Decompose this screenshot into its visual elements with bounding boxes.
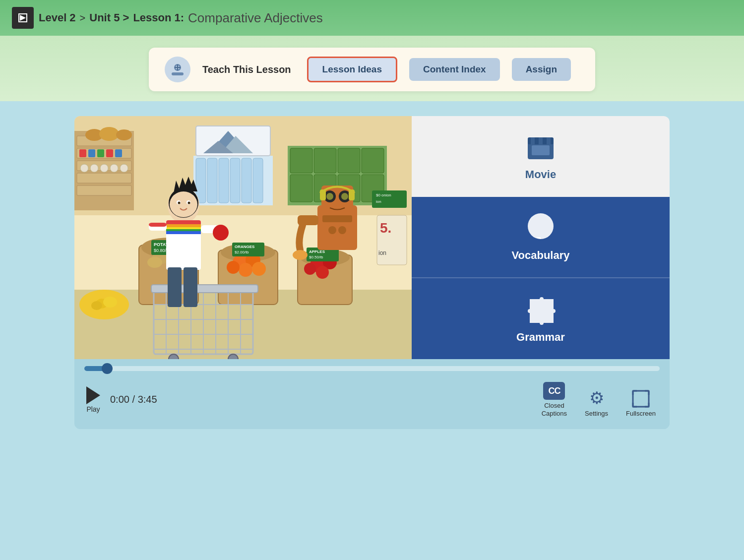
svg-text:ORANGES: ORANGES [235,245,255,249]
breadcrumb-level[interactable]: Level 2 [39,11,76,24]
svg-point-58 [147,257,162,268]
svg-rect-32 [219,158,229,203]
svg-point-130 [338,226,346,234]
media-row: POTATOES $0.80/lb ORANGES $2.00/lb [74,116,670,359]
svg-rect-22 [106,149,113,157]
time-display: 0:00 / 3:45 [110,394,538,405]
svg-rect-144 [532,145,550,155]
svg-rect-44 [362,148,384,173]
svg-point-24 [80,164,88,172]
grammar-label: Grammar [516,331,565,344]
time-total: 3:45 [138,394,157,405]
progress-area [74,359,670,375]
video-thumbnail[interactable]: POTATOES $0.80/lb ORANGES $2.00/lb [74,116,412,359]
breadcrumb: Level 2 > Unit 5 > Lesson 1: Comparative… [39,10,323,26]
media-section: POTATOES $0.80/lb ORANGES $2.00/lb [74,116,670,429]
time-separator: / [132,394,138,405]
svg-rect-31 [207,158,217,203]
svg-point-129 [328,226,336,234]
settings-label: Settings [585,410,608,418]
svg-rect-115 [149,223,167,227]
movie-label: Movie [525,168,556,181]
svg-rect-94 [151,285,258,293]
svg-rect-20 [88,149,95,157]
svg-point-132 [293,250,308,260]
breadcrumb-lesson-label: Lesson 1: [133,11,184,24]
gear-icon: ⚙ [589,388,604,408]
svg-rect-118 [168,267,182,307]
breadcrumb-lesson-title: Comparative Adjectives [188,10,323,26]
vocabulary-button[interactable]: Vocabulary [412,197,670,278]
svg-text:$0.50/lb: $0.50/lb [309,255,323,259]
closed-captions-button[interactable]: CC ClosedCaptions [538,380,571,419]
app-logo[interactable] [12,7,34,29]
toolbar-card: Teach This Lesson Lesson Ideas Content I… [149,48,595,91]
svg-point-53 [91,301,102,310]
svg-rect-34 [242,158,251,203]
breadcrumb-unit[interactable]: Unit 5 > [89,11,129,24]
svg-rect-128 [322,215,352,222]
assign-button[interactable]: Assign [512,58,571,81]
svg-rect-21 [97,149,104,157]
svg-point-17 [99,127,119,141]
svg-point-117 [213,225,229,241]
svg-point-103 [170,191,197,217]
svg-rect-35 [253,158,263,203]
cc-label: ClosedCaptions [542,402,567,417]
time-current: 0:00 [110,394,129,405]
svg-point-77 [304,263,316,275]
svg-point-124 [326,193,333,200]
svg-point-26 [100,164,108,172]
progress-bar[interactable] [84,366,660,371]
svg-point-145 [528,213,554,239]
teach-this-lesson-label: Teach This Lesson [202,64,291,75]
fullscreen-icon [632,390,650,408]
svg-rect-41 [290,148,312,173]
svg-text:$0 onion: $0 onion [376,193,391,197]
progress-knob[interactable] [102,363,113,374]
svg-text:5.: 5. [380,220,391,236]
movie-button[interactable]: Movie [412,116,670,197]
svg-rect-33 [230,158,240,203]
svg-rect-141 [531,137,535,144]
svg-rect-15 [77,186,131,195]
svg-point-25 [90,164,98,172]
svg-text:ion: ion [378,249,386,256]
svg-rect-113 [166,231,201,234]
svg-point-66 [239,263,252,277]
svg-rect-142 [539,137,543,144]
svg-rect-23 [115,149,122,157]
svg-point-107 [188,202,190,204]
main-content: POTATOES $0.80/lb ORANGES $2.00/lb [0,101,744,444]
play-icon [86,386,100,404]
grammar-button[interactable]: Grammar [412,277,670,359]
svg-rect-19 [79,149,86,157]
svg-rect-42 [314,148,336,173]
teach-icon [165,57,190,82]
svg-text:ion: ion [376,199,381,204]
svg-point-125 [341,193,348,200]
fullscreen-button[interactable]: Fullscreen [622,388,660,420]
svg-rect-4 [172,72,184,75]
svg-point-76 [316,266,329,279]
play-label: Play [86,405,100,413]
svg-text:APPLES: APPLES [309,249,325,254]
svg-point-28 [120,164,128,172]
content-index-button[interactable]: Content Index [409,58,500,81]
svg-point-52 [103,297,117,308]
play-button[interactable]: Play [84,384,106,415]
vocabulary-label: Vocabulary [512,249,570,262]
svg-rect-143 [547,137,551,144]
control-buttons: CC ClosedCaptions ⚙ Settings [538,380,660,419]
svg-rect-119 [184,267,197,307]
lesson-ideas-button[interactable]: Lesson Ideas [307,57,397,82]
svg-point-27 [110,164,118,172]
svg-rect-147 [633,391,649,407]
svg-point-18 [116,129,132,140]
svg-point-106 [178,202,181,204]
controls-area: Play 0:00 / 3:45 CC ClosedCaptions ⚙ Set… [74,375,670,429]
svg-rect-30 [196,158,206,203]
fullscreen-label: Fullscreen [626,410,656,418]
svg-rect-14 [77,173,131,183]
settings-button[interactable]: ⚙ Settings [581,386,612,420]
